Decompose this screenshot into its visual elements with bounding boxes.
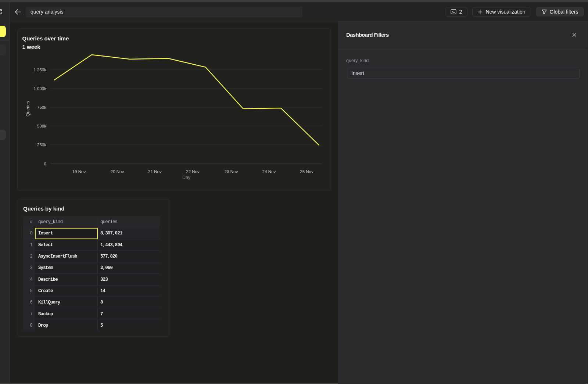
svg-text:0: 0 [44, 162, 46, 166]
svg-text:1 000k: 1 000k [33, 86, 46, 91]
svg-text:25 Nov: 25 Nov [300, 169, 313, 174]
svg-text:1 250k: 1 250k [33, 68, 46, 72]
svg-text:21 Nov: 21 Nov [148, 169, 162, 174]
svg-text:23 Nov: 23 Nov [225, 169, 238, 174]
svg-text:22 Nov: 22 Nov [186, 169, 200, 174]
svg-text:250k: 250k [37, 143, 46, 147]
svg-text:20 Nov: 20 Nov [111, 169, 124, 174]
svg-text:Day: Day [182, 175, 191, 180]
svg-text:Queries: Queries [25, 101, 31, 116]
svg-text:19 Nov: 19 Nov [72, 169, 86, 174]
svg-text:24 Nov: 24 Nov [262, 169, 276, 174]
svg-text:500k: 500k [37, 124, 46, 128]
svg-text:750k: 750k [37, 105, 46, 110]
